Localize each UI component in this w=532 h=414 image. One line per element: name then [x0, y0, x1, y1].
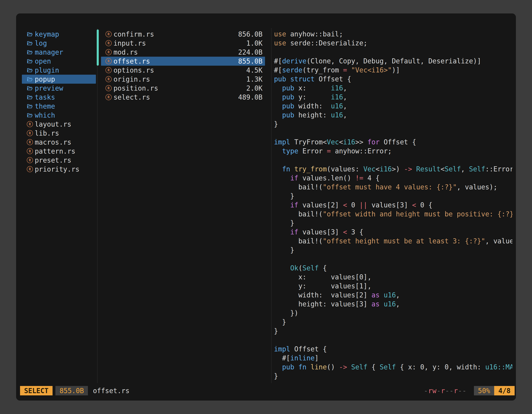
- file-list-item[interactable]: macros.rs: [22, 138, 96, 147]
- folder-list-item[interactable]: log: [22, 39, 96, 48]
- code-line: pub struct Offset {: [274, 75, 512, 84]
- file-size-badge: 855.0B: [55, 386, 88, 395]
- file-list-item[interactable]: preset.rs: [22, 156, 96, 165]
- folder-icon: [27, 67, 33, 73]
- file-name: select.rs: [114, 93, 150, 101]
- file-list-item[interactable]: position.rs 2.0K: [101, 84, 265, 93]
- preview-pane: use anyhow::bail;use serde::Deserialize;…: [274, 30, 512, 382]
- folder-list-item[interactable]: which: [22, 111, 96, 120]
- file-name: origin.rs: [114, 75, 150, 83]
- file-size: 1.3K: [246, 75, 263, 83]
- file-list-item[interactable]: layout.rs: [22, 120, 96, 129]
- folder-icon: [27, 76, 33, 82]
- code-line: Ok(Self {: [274, 264, 512, 273]
- terminal-window: keymap log manager open: [16, 13, 516, 401]
- file-list-item[interactable]: mod.rs 224.0B: [101, 48, 265, 57]
- folder-list-item[interactable]: preview: [22, 84, 96, 93]
- file-name: confirm.rs: [114, 30, 154, 38]
- code-line: height: values[3] as u16,: [274, 300, 512, 309]
- code-line: if values.len() != 4 {: [274, 174, 512, 183]
- folder-icon: [27, 85, 33, 91]
- middle-pane-scrollbar[interactable]: [97, 29, 99, 66]
- code-line: [274, 336, 512, 345]
- code-line: [274, 48, 512, 57]
- code-line: }: [274, 318, 512, 327]
- code-line: fn try_from(values: Vec<i16>) -> Result<…: [274, 165, 512, 174]
- code-line: }: [274, 372, 512, 381]
- folder-list-item[interactable]: manager: [22, 48, 96, 57]
- file-size: 855.0B: [238, 57, 263, 65]
- file-list-item[interactable]: lib.rs: [22, 129, 96, 138]
- rust-file-icon: [27, 139, 33, 145]
- file-list-item[interactable]: options.rs 4.5K: [101, 66, 265, 75]
- code-line: width: values[2] as u16,: [274, 291, 512, 300]
- file-list-item[interactable]: priority.rs: [22, 165, 96, 174]
- code-line: #[serde(try_from = "Vec<i16>")]: [274, 66, 512, 75]
- file-list-item[interactable]: select.rs 489.0B: [101, 93, 265, 102]
- file-name: options.rs: [114, 66, 154, 74]
- file-list-item[interactable]: origin.rs 1.3K: [101, 75, 265, 84]
- folder-icon: [27, 94, 33, 100]
- parent-pane: keymap log manager open: [22, 30, 96, 174]
- file-list-item[interactable]: input.rs 1.0K: [101, 39, 265, 48]
- code-line: pub width: u16,: [274, 102, 512, 111]
- code-line: impl Offset {: [274, 345, 512, 354]
- rust-file-icon: [105, 94, 112, 100]
- rust-file-icon: [105, 58, 112, 64]
- folder-icon: [27, 31, 33, 37]
- folder-icon: [27, 58, 33, 64]
- pane-divider-right: [271, 28, 272, 383]
- folder-name: popup: [35, 75, 55, 83]
- rust-file-icon: [105, 67, 112, 73]
- folder-name: theme: [35, 102, 55, 110]
- file-size: 1.0K: [246, 39, 263, 47]
- code-line: impl TryFrom<Vec<i16>> for Offset {: [274, 138, 512, 147]
- mode-badge: SELECT: [20, 386, 53, 395]
- rust-file-icon: [27, 157, 33, 163]
- code-line: #[derive(Clone, Copy, Debug, Default, De…: [274, 57, 512, 66]
- folder-name: preview: [35, 84, 63, 92]
- scroll-percent-badge: 50%: [474, 386, 494, 395]
- code-line: type Error = anyhow::Error;: [274, 147, 512, 156]
- code-line: bail!("offset must have 4 values: {:?}",…: [274, 183, 512, 192]
- file-list-item[interactable]: pattern.rs: [22, 147, 96, 156]
- code-line: use anyhow::bail;: [274, 30, 512, 39]
- file-size: 4.5K: [246, 66, 263, 74]
- file-name: macros.rs: [35, 138, 71, 146]
- code-line: [274, 255, 512, 264]
- rust-file-icon: [27, 130, 33, 136]
- rust-file-icon: [105, 40, 112, 46]
- code-line: }: [274, 219, 512, 228]
- status-bar: SELECT 855.0B offset.rs -rw-r--r-- 50% 4…: [20, 386, 515, 395]
- file-name: pattern.rs: [35, 147, 76, 155]
- code-line: x: values[0],: [274, 273, 512, 282]
- code-line: pub height: u16,: [274, 111, 512, 120]
- code-line: bail!("offset width and height must be p…: [274, 210, 512, 219]
- folder-name: log: [35, 39, 47, 47]
- code-line: bail!("offset height must be at least 3:…: [274, 237, 512, 246]
- folder-icon: [27, 112, 33, 118]
- folder-name: keymap: [35, 30, 59, 38]
- code-line: pub y: i16,: [274, 93, 512, 102]
- rust-file-icon: [27, 148, 33, 154]
- file-name: mod.rs: [114, 48, 138, 56]
- folder-list-item[interactable]: tasks: [22, 93, 96, 102]
- folder-icon: [27, 49, 33, 55]
- current-pane: confirm.rs 856.0B input.rs 1.0K mod.rs 2…: [101, 30, 265, 102]
- folder-list-item[interactable]: keymap: [22, 30, 96, 39]
- folder-name: plugin: [35, 66, 59, 74]
- folder-name: tasks: [35, 93, 55, 101]
- file-name: offset.rs: [114, 57, 150, 65]
- folder-name: manager: [35, 48, 63, 56]
- folder-list-item[interactable]: plugin: [22, 66, 96, 75]
- code-line: pub fn line() -> Self { Self { x: 0, y: …: [274, 363, 512, 372]
- file-list-item[interactable]: offset.rs 855.0B: [101, 57, 265, 66]
- file-list-item[interactable]: confirm.rs 856.0B: [101, 30, 265, 39]
- file-name: input.rs: [114, 39, 146, 47]
- folder-list-item[interactable]: popup: [22, 75, 96, 84]
- file-name: lib.rs: [35, 129, 59, 137]
- code-line: }: [274, 192, 512, 201]
- folder-list-item[interactable]: open: [22, 57, 96, 66]
- file-size: 489.0B: [238, 93, 263, 101]
- folder-list-item[interactable]: theme: [22, 102, 96, 111]
